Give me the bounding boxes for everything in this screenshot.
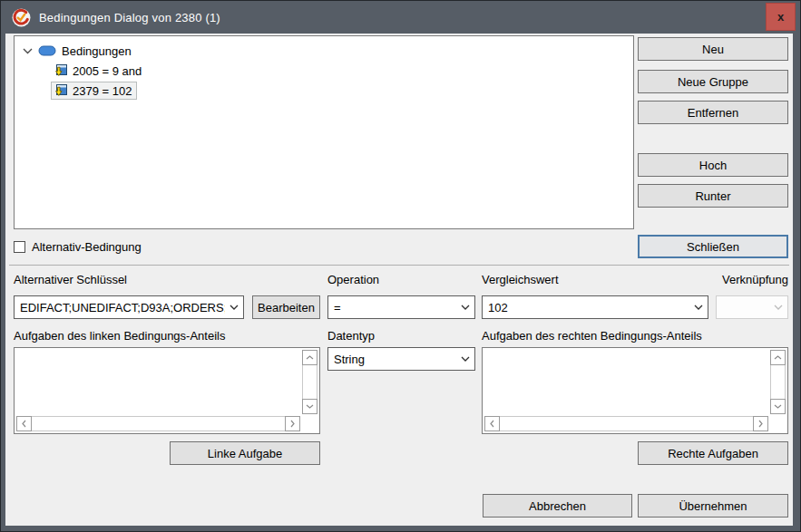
right-tasks-label: Aufgaben des rechten Bedingungs-Anteils	[482, 329, 702, 343]
tree-root-row[interactable]: Bedingungen	[15, 41, 633, 61]
operation-combobox[interactable]: =	[327, 295, 475, 319]
app-logo-icon	[12, 8, 31, 27]
tree-item[interactable]: 2379 = 102	[51, 81, 633, 101]
dialog-content: Bedingungen 2005 = 9 and	[5, 34, 793, 526]
chevron-right-icon[interactable]	[285, 416, 300, 431]
condition-arrow-icon	[54, 83, 68, 98]
alternativer-schluessel-combobox[interactable]: EDIFACT;UNEDIFACT;D93A;ORDERS;D	[14, 295, 244, 319]
chevron-left-icon[interactable]	[16, 416, 32, 431]
tree-item-selected-box[interactable]: 2379 = 102	[51, 82, 137, 100]
vergleichswert-combobox[interactable]: 102	[482, 295, 708, 319]
scrollbar-track[interactable]	[500, 416, 753, 431]
left-tasks-listbox[interactable]	[14, 347, 320, 434]
close-button[interactable]: x	[766, 3, 796, 31]
operation-value: =	[334, 301, 456, 314]
right-tasks-listbox[interactable]	[482, 347, 788, 434]
separator-line	[9, 265, 789, 266]
linke-aufgabe-button[interactable]: Linke Aufgabe	[170, 441, 320, 465]
verknuepfung-label: Verknüpfung	[722, 273, 788, 286]
horizontal-scrollbar[interactable]	[484, 416, 768, 431]
tree-item-label: 2005 = 9 and	[73, 64, 142, 78]
vergleichswert-label: Vergleichswert	[482, 273, 559, 286]
hoch-button[interactable]: Hoch	[638, 153, 788, 177]
chevron-left-icon[interactable]	[484, 416, 500, 431]
left-tasks-label: Aufgaben des linken Bedingungs-Anteils	[14, 329, 225, 343]
alternativer-schluessel-label: Alternativer Schlüssel	[14, 273, 127, 286]
condition-arrow-icon	[54, 63, 68, 78]
scrollbar-track[interactable]	[32, 416, 285, 431]
datentyp-label: Datentyp	[327, 329, 375, 343]
chevron-up-icon[interactable]	[770, 350, 786, 365]
vertical-scrollbar[interactable]	[770, 350, 786, 414]
horizontal-scrollbar[interactable]	[16, 416, 300, 431]
chevron-down-icon[interactable]	[21, 48, 34, 54]
conditions-tree[interactable]: Bedingungen 2005 = 9 and	[14, 35, 634, 229]
scrollbar-track[interactable]	[302, 365, 317, 399]
vergleichswert-value: 102	[488, 301, 689, 314]
dialog-window: Bedingungen Dialog von 2380 (1) x Beding…	[0, 0, 801, 532]
chevron-down-icon	[769, 305, 787, 310]
chevron-down-icon[interactable]	[456, 356, 474, 362]
chevron-down-icon[interactable]	[689, 305, 708, 310]
tree-item[interactable]: 2005 = 9 and	[51, 61, 633, 81]
alternativ-bedingung-row[interactable]: Alternativ-Bedingung	[14, 240, 142, 254]
alternativ-bedingung-checkbox[interactable]	[14, 241, 25, 253]
chevron-down-icon[interactable]	[456, 305, 474, 310]
datentyp-combobox[interactable]: String	[327, 347, 475, 371]
alternativ-bedingung-label: Alternativ-Bedingung	[32, 240, 142, 254]
vertical-scrollbar[interactable]	[302, 350, 317, 414]
chevron-down-icon[interactable]	[770, 399, 786, 414]
operation-label: Operation	[327, 273, 379, 286]
chevron-up-icon[interactable]	[302, 350, 317, 365]
uebernehmen-button[interactable]: Übernehmen	[638, 494, 788, 517]
entfernen-button[interactable]: Entfernen	[638, 101, 788, 124]
chevron-down-icon[interactable]	[225, 305, 243, 310]
bearbeiten-button[interactable]: Bearbeiten	[252, 295, 320, 319]
runter-button[interactable]: Runter	[638, 184, 788, 208]
chevron-down-icon[interactable]	[302, 399, 317, 414]
chevron-right-icon[interactable]	[753, 416, 768, 431]
scrollbar-track[interactable]	[770, 365, 786, 399]
neu-button[interactable]: Neu	[638, 37, 788, 61]
titlebar[interactable]: Bedingungen Dialog von 2380 (1) x	[1, 1, 800, 34]
rechte-aufgaben-button[interactable]: Rechte Aufgaben	[638, 441, 788, 465]
neue-gruppe-button[interactable]: Neue Gruppe	[638, 70, 788, 93]
tree-item-label: 2379 = 102	[73, 84, 132, 98]
schliessen-button[interactable]: Schließen	[638, 235, 788, 258]
datentyp-value: String	[334, 353, 456, 366]
tree-root-label: Bedingungen	[62, 44, 132, 58]
alternativer-schluessel-value: EDIFACT;UNEDIFACT;D93A;ORDERS;D	[20, 301, 225, 314]
group-pill-icon	[38, 44, 56, 57]
abbrechen-button[interactable]: Abbrechen	[483, 494, 632, 517]
window-title: Bedingungen Dialog von 2380 (1)	[39, 11, 220, 24]
verknuepfung-combobox	[716, 295, 788, 319]
